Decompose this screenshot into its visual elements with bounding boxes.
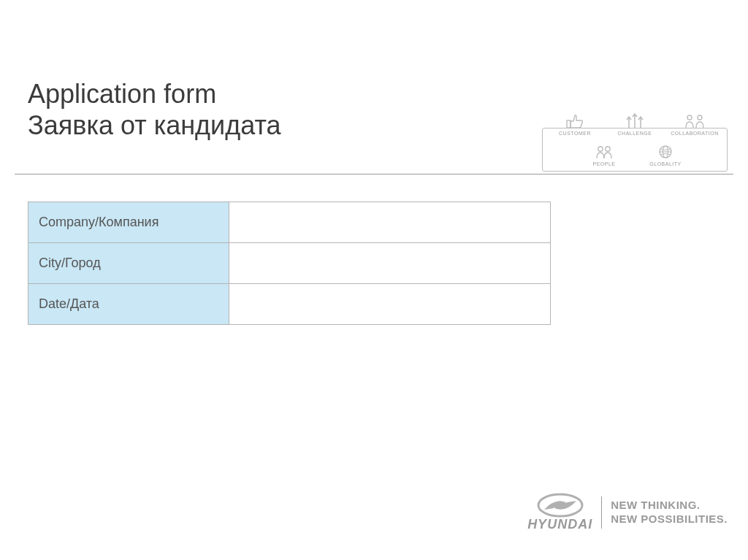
value-people-label: PEOPLE [576,161,633,166]
hyundai-logo-icon [534,492,587,518]
svg-rect-0 [567,120,570,128]
brand-divider [601,496,602,529]
brand-tagline-line2: NEW POSSIBILITIES. [611,513,728,526]
date-label-cell: Date/Дата [28,284,229,325]
title-english: Application form [28,79,281,109]
value-globality: GLOBALITY [637,144,694,166]
globe-icon [657,144,674,160]
city-value-cell[interactable] [229,243,551,284]
svg-point-3 [598,147,603,151]
table-row: City/Город [28,243,551,284]
date-value-cell[interactable] [229,284,551,325]
table-row: Date/Дата [28,284,551,325]
arrows-up-icon [623,113,646,129]
value-challenge-label: CHALLENGE [606,131,663,136]
company-value-cell[interactable] [229,202,551,243]
title-russian: Заявка от кандидата [28,109,281,143]
brand-tagline-line1: NEW THINKING. [611,499,728,513]
table-row: Company/Компания [28,202,551,243]
city-label-cell: City/Город [28,243,229,284]
value-customer: CUSTOMER [546,113,603,136]
value-collaboration: COLLABORATION [666,113,723,136]
people-group-icon [684,113,706,129]
value-globality-label: GLOBALITY [637,161,694,166]
brand-tagline: NEW THINKING. NEW POSSIBILITIES. [611,499,728,526]
svg-point-4 [606,147,610,151]
company-label-cell: Company/Компания [28,202,229,243]
title-block: Application form Заявка от кандидата [28,79,281,143]
svg-point-2 [698,115,702,120]
people-pair-icon [593,144,615,160]
brand-logo-group: HYUNDAI [527,492,592,532]
brand-name: HYUNDAI [527,517,592,532]
thumbs-up-icon [565,113,584,129]
value-customer-label: CUSTOMER [546,131,603,136]
core-values-diagram: CUSTOMER CHALLENGE COLLABORATION PEOPLE [542,113,728,174]
brand-block: HYUNDAI NEW THINKING. NEW POSSIBILITIES. [527,492,728,532]
value-challenge: CHALLENGE [606,113,663,136]
application-form-table: Company/Компания City/Город Date/Дата [28,202,551,325]
svg-point-1 [687,115,692,120]
value-collaboration-label: COLLABORATION [666,131,723,136]
value-people: PEOPLE [576,144,633,166]
